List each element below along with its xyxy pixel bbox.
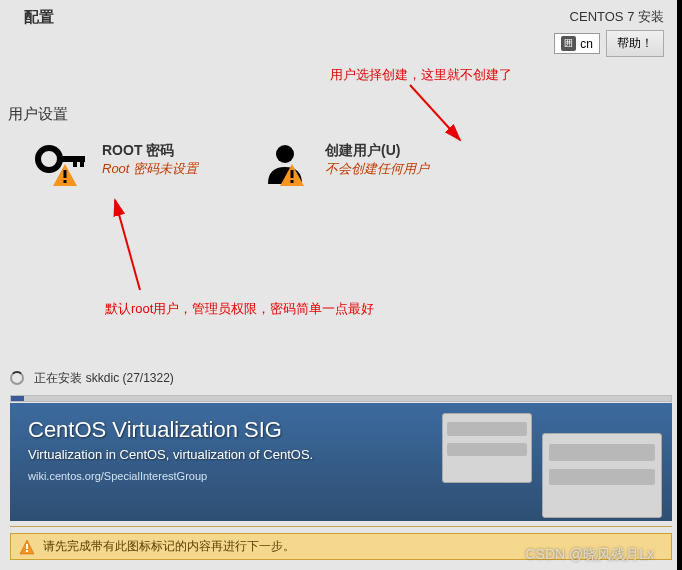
- svg-line-10: [115, 200, 140, 290]
- keyboard-value: cn: [580, 37, 593, 51]
- keyboard-selector[interactable]: 囲 cn: [554, 33, 600, 54]
- root-subtitle: Root 密码未设置: [102, 160, 198, 178]
- watermark: CSDN @晓风残月Lx: [525, 546, 654, 564]
- server-illustration: [422, 403, 672, 521]
- annotation-top: 用户选择创建，这里就不创建了: [330, 66, 512, 84]
- warning-text: 请先完成带有此图标标记的内容再进行下一步。: [43, 538, 295, 555]
- progress-text: 正在安装 skkdic (27/1322): [34, 371, 173, 385]
- window-border: [677, 0, 682, 570]
- divider: [10, 526, 672, 527]
- key-warning-icon: [35, 142, 90, 187]
- progress-fill: [11, 396, 24, 401]
- create-user-option[interactable]: 创建用户(U) 不会创建任何用户: [258, 142, 429, 187]
- root-title: ROOT 密码: [102, 142, 198, 160]
- user-title: 创建用户(U): [325, 142, 429, 160]
- svg-point-1: [38, 148, 60, 170]
- user-subtitle: 不会创建任何用户: [325, 160, 429, 178]
- svg-rect-5: [64, 170, 67, 178]
- banner: CentOS Virtualization SIG Virtualization…: [10, 403, 672, 521]
- svg-rect-12: [26, 550, 28, 552]
- svg-rect-3: [73, 156, 77, 167]
- spinner-icon: [10, 371, 24, 385]
- annotation-bottom: 默认root用户，管理员权限，密码简单一点最好: [105, 300, 374, 318]
- svg-point-7: [276, 145, 294, 163]
- install-label: CENTOS 7 安装: [554, 8, 664, 26]
- section-title: 用户设置: [0, 105, 682, 124]
- progress-bar: [10, 395, 672, 402]
- arrow-annotation-icon: [100, 195, 160, 295]
- svg-rect-4: [80, 156, 84, 167]
- root-password-option[interactable]: ROOT 密码 Root 密码未设置: [35, 142, 198, 187]
- keyboard-icon: 囲: [561, 36, 576, 51]
- help-button[interactable]: 帮助！: [606, 30, 664, 57]
- svg-rect-11: [26, 544, 28, 549]
- warning-icon: [19, 539, 35, 555]
- svg-rect-8: [291, 170, 294, 178]
- svg-rect-9: [291, 180, 294, 183]
- page-title: 配置: [24, 8, 54, 27]
- svg-rect-6: [64, 180, 67, 183]
- user-warning-icon: [258, 142, 313, 187]
